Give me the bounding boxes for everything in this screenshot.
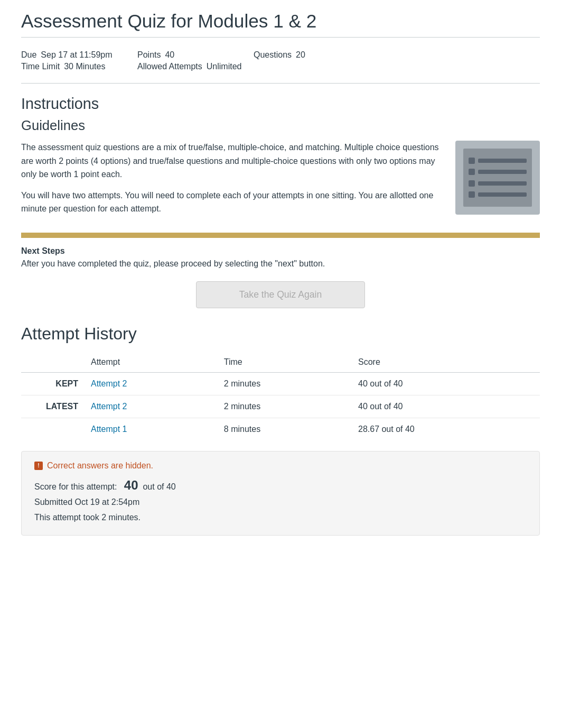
allowed-attempts-value: Unlimited — [207, 62, 242, 71]
row-score: 40 out of 40 — [352, 395, 540, 418]
score-summary: ! Correct answers are hidden. Score for … — [21, 451, 540, 536]
guidelines-para2: You will have two attempts. You will nee… — [21, 189, 445, 216]
table-row: Attempt 18 minutes28.67 out of 40 — [21, 418, 540, 440]
due-value: Sep 17 at 11:59pm — [41, 50, 112, 60]
points-value: 40 — [165, 50, 174, 60]
submitted-text: Submitted Oct 19 at 2:54pm — [34, 495, 527, 510]
guidelines-content: The assessment quiz questions are a mix … — [21, 141, 540, 223]
score-suffix: out of 40 — [143, 482, 175, 491]
instructions-title: Instructions — [21, 95, 540, 113]
row-attempt[interactable]: Attempt 1 — [85, 418, 218, 440]
row-score: 28.67 out of 40 — [352, 418, 540, 440]
row-attempt[interactable]: Attempt 2 — [85, 372, 218, 395]
quiz-thumbnail — [455, 141, 540, 215]
col-time-header: Time — [218, 352, 352, 373]
guidelines-text: The assessment quiz questions are a mix … — [21, 141, 445, 223]
table-row: LATESTAttempt 22 minutes40 out of 40 — [21, 395, 540, 418]
row-time: 8 minutes — [218, 418, 352, 440]
questions-label: Questions — [254, 50, 292, 60]
guidelines-para1: The assessment quiz questions are a mix … — [21, 141, 445, 181]
col-score-header: Score — [352, 352, 540, 373]
time-limit-value: 30 Minutes — [64, 62, 105, 71]
points-label: Points — [137, 50, 161, 60]
duration-text: This attempt took 2 minutes. — [34, 510, 527, 526]
due-label: Due — [21, 50, 36, 60]
row-time: 2 minutes — [218, 372, 352, 395]
score-number: 40 — [124, 478, 138, 492]
row-score: 40 out of 40 — [352, 372, 540, 395]
time-limit-label: Time Limit — [21, 62, 60, 71]
col-label-header — [21, 352, 85, 373]
row-label: KEPT — [21, 372, 85, 395]
next-steps-text: After you have completed the quiz, pleas… — [21, 259, 540, 269]
quiz-title: Assessment Quiz for Modules 1 & 2 — [21, 11, 540, 38]
row-time: 2 minutes — [218, 395, 352, 418]
progress-bar — [21, 233, 540, 238]
quiz-meta: Due Sep 17 at 11:59pm Points 40 Question… — [21, 45, 540, 84]
score-line: Score for this attempt: 40 out of 40 — [34, 478, 527, 493]
attempt-history-table: Attempt Time Score KEPTAttempt 22 minute… — [21, 352, 540, 440]
score-meta: Submitted Oct 19 at 2:54pm This attempt … — [34, 495, 527, 526]
row-label: LATEST — [21, 395, 85, 418]
col-attempt-header: Attempt — [85, 352, 218, 373]
attempt-history-title: Attempt History — [21, 324, 540, 344]
next-steps-label: Next Steps — [21, 246, 540, 256]
row-label — [21, 418, 85, 440]
allowed-attempts-label: Allowed Attempts — [137, 62, 202, 71]
row-attempt[interactable]: Attempt 2 — [85, 395, 218, 418]
notice-text: Correct answers are hidden. — [47, 461, 153, 471]
notice-icon: ! — [34, 462, 43, 470]
guidelines-title: Guidelines — [21, 118, 540, 133]
table-row: KEPTAttempt 22 minutes40 out of 40 — [21, 372, 540, 395]
questions-value: 20 — [296, 50, 305, 60]
take-quiz-button[interactable]: Take the Quiz Again — [196, 281, 365, 308]
correct-answers-notice: ! Correct answers are hidden. — [34, 461, 527, 471]
score-label: Score for this attempt: — [34, 482, 117, 491]
